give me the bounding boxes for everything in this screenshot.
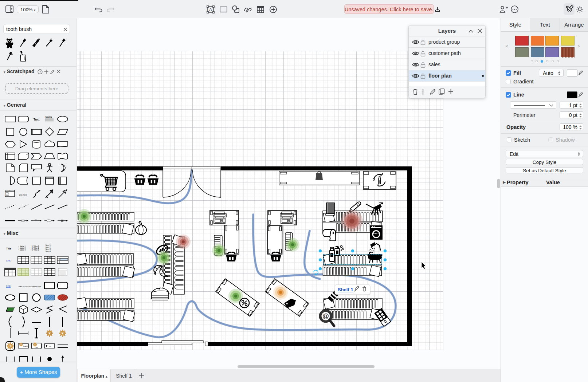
svg-text:Link: Link [6, 259, 11, 262]
svg-text:@: @ [322, 312, 329, 320]
svg-text:List Item: List Item [19, 194, 27, 196]
svg-text:Enabled: Enabled [23, 345, 28, 347]
svg-text:?: ? [39, 70, 41, 74]
svg-text:Table: Table [48, 257, 51, 258]
svg-text:Label: Label [35, 347, 38, 348]
svg-text:List: List [9, 190, 11, 192]
svg-text:Link: Link [49, 346, 51, 347]
svg-text:A: A [209, 7, 212, 12]
svg-text:Item 3: Item 3 [6, 195, 9, 196]
svg-text:Fri Aug 30 2024 10:26:42: Fri Aug 30 2024 10:26:42 [19, 286, 32, 287]
svg-text:3. Value 3: 3. Value 3 [32, 249, 39, 251]
svg-text:Variable Text: Variable Text [32, 286, 41, 288]
svg-text:Item 4: Item 4 [46, 250, 51, 252]
svg-text:Heading: Heading [45, 116, 52, 118]
svg-text:Label: Label [34, 219, 37, 221]
svg-text:Text: Text [34, 118, 40, 121]
svg-text:Shelf 1: Shelf 1 [338, 287, 353, 292]
svg-text:Title: Title [6, 247, 11, 250]
svg-text:Value 3: Value 3 [20, 249, 26, 251]
svg-text:Link: Link [6, 285, 11, 287]
